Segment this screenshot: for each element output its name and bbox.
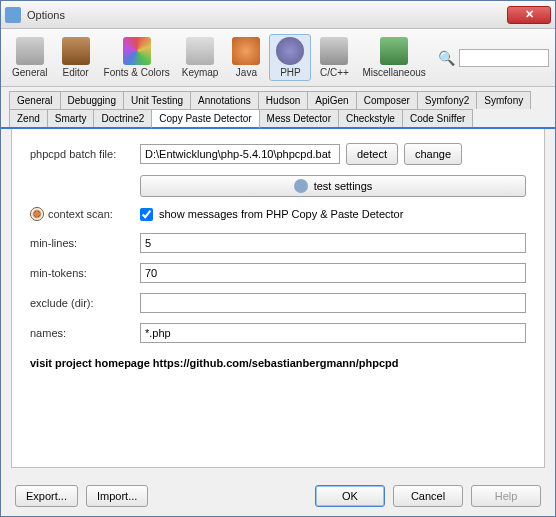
batch-file-input[interactable] bbox=[140, 144, 340, 164]
tab-symfony[interactable]: Symfony bbox=[476, 91, 531, 109]
tab-debugging[interactable]: Debugging bbox=[60, 91, 124, 109]
tab-general[interactable]: General bbox=[9, 91, 61, 109]
footer: Export... Import... OK Cancel Help bbox=[1, 476, 555, 516]
names-input[interactable] bbox=[140, 323, 526, 343]
tab-apigen[interactable]: ApiGen bbox=[307, 91, 356, 109]
tab-zend[interactable]: Zend bbox=[9, 109, 48, 127]
min-tokens-input[interactable] bbox=[140, 263, 526, 283]
exclude-input[interactable] bbox=[140, 293, 526, 313]
category-cpp[interactable]: C/C++ bbox=[313, 34, 355, 81]
eye-icon bbox=[30, 207, 44, 221]
category-fonts-colors[interactable]: Fonts & Colors bbox=[99, 34, 175, 81]
tab-mess-detector[interactable]: Mess Detector bbox=[259, 109, 339, 127]
options-window: Options ✕ General Editor Fonts & Colors … bbox=[0, 0, 556, 517]
exclude-label: exclude (dir): bbox=[30, 297, 140, 309]
min-lines-label: min-lines: bbox=[30, 237, 140, 249]
window-title: Options bbox=[27, 9, 507, 21]
tab-code-sniffer[interactable]: Code Sniffer bbox=[402, 109, 473, 127]
search-area: 🔍 bbox=[438, 49, 549, 67]
category-general[interactable]: General bbox=[7, 34, 53, 81]
close-button[interactable]: ✕ bbox=[507, 6, 551, 24]
tab-symfony2[interactable]: Symfony2 bbox=[417, 91, 477, 109]
settings-panel: phpcpd batch file: detect change test se… bbox=[11, 129, 545, 468]
search-icon: 🔍 bbox=[438, 50, 455, 66]
app-icon bbox=[5, 7, 21, 23]
palette-icon bbox=[123, 37, 151, 65]
context-scan-checkbox[interactable] bbox=[140, 208, 153, 221]
cpp-icon bbox=[320, 37, 348, 65]
tabs-secondary: Zend Smarty Doctrine2 Copy Paste Detecto… bbox=[1, 109, 555, 129]
tab-checkstyle[interactable]: Checkstyle bbox=[338, 109, 403, 127]
wrench-icon bbox=[16, 37, 44, 65]
cancel-button[interactable]: Cancel bbox=[393, 485, 463, 507]
gear-icon bbox=[294, 179, 308, 193]
category-editor[interactable]: Editor bbox=[55, 34, 97, 81]
tabs-primary: General Debugging Unit Testing Annotatio… bbox=[1, 87, 555, 109]
context-scan-text: show messages from PHP Copy & Paste Dete… bbox=[159, 208, 403, 220]
change-button[interactable]: change bbox=[404, 143, 462, 165]
detect-button[interactable]: detect bbox=[346, 143, 398, 165]
tab-copy-paste-detector[interactable]: Copy Paste Detector bbox=[151, 109, 259, 129]
category-java[interactable]: Java bbox=[225, 34, 267, 81]
titlebar: Options ✕ bbox=[1, 1, 555, 29]
tab-unit-testing[interactable]: Unit Testing bbox=[123, 91, 191, 109]
export-button[interactable]: Export... bbox=[15, 485, 78, 507]
php-icon bbox=[276, 37, 304, 65]
tab-smarty[interactable]: Smarty bbox=[47, 109, 95, 127]
import-button[interactable]: Import... bbox=[86, 485, 148, 507]
category-toolbar: General Editor Fonts & Colors Keymap Jav… bbox=[1, 29, 555, 87]
ok-button[interactable]: OK bbox=[315, 485, 385, 507]
homepage-link[interactable]: visit project homepage https://github.co… bbox=[30, 357, 526, 369]
help-button[interactable]: Help bbox=[471, 485, 541, 507]
test-settings-button[interactable]: test settings bbox=[140, 175, 526, 197]
tab-doctrine2[interactable]: Doctrine2 bbox=[93, 109, 152, 127]
search-input[interactable] bbox=[459, 49, 549, 67]
tab-annotations[interactable]: Annotations bbox=[190, 91, 259, 109]
tab-hudson[interactable]: Hudson bbox=[258, 91, 308, 109]
misc-icon bbox=[380, 37, 408, 65]
batch-file-label: phpcpd batch file: bbox=[30, 148, 140, 160]
keyboard-icon bbox=[186, 37, 214, 65]
context-scan-label: context scan: bbox=[48, 208, 113, 220]
java-icon bbox=[232, 37, 260, 65]
min-tokens-label: min-tokens: bbox=[30, 267, 140, 279]
category-php[interactable]: PHP bbox=[269, 34, 311, 81]
category-misc[interactable]: Miscellaneous bbox=[357, 34, 430, 81]
tab-composer[interactable]: Composer bbox=[356, 91, 418, 109]
min-lines-input[interactable] bbox=[140, 233, 526, 253]
category-keymap[interactable]: Keymap bbox=[177, 34, 224, 81]
editor-icon bbox=[62, 37, 90, 65]
names-label: names: bbox=[30, 327, 140, 339]
